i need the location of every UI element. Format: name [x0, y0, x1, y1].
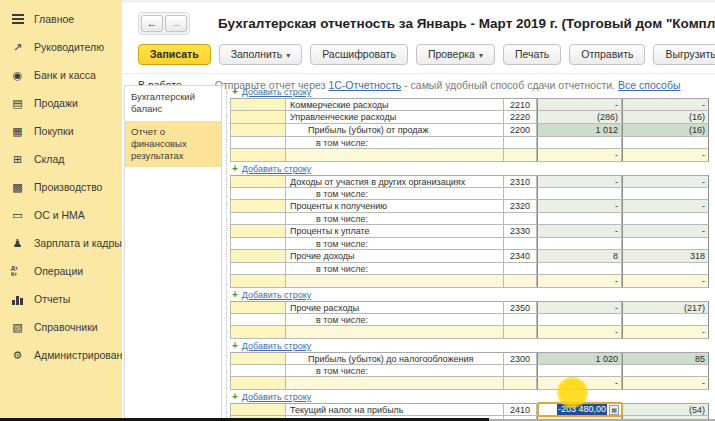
tab-financial-results[interactable]: Отчет о финансовых результатах [125, 121, 221, 168]
row-label[interactable]: Проценты к получению [286, 200, 504, 213]
row-label[interactable]: Прибыль (убыток) до налогообложения [286, 352, 504, 365]
row-value-current[interactable] [537, 213, 622, 225]
расшифровать-button[interactable]: Расшифровать [310, 44, 408, 65]
sidebar-item-отчеты[interactable]: Отчеты [0, 285, 122, 313]
row-value-current[interactable]: 1 012 [537, 124, 622, 137]
row-code[interactable] [504, 149, 537, 162]
row-select-cell[interactable] [230, 137, 286, 149]
row-value-current[interactable] [537, 137, 622, 149]
row-value-current[interactable] [537, 238, 622, 250]
row-value-prior[interactable]: (54) [622, 403, 709, 416]
row-value-prior[interactable] [622, 188, 709, 200]
row-select-cell[interactable] [230, 314, 286, 326]
row-select-cell[interactable] [230, 352, 286, 365]
sidebar-item-руководителю[interactable]: ↗Руководителю [0, 33, 122, 61]
calculator-button[interactable]: ▦ [609, 405, 619, 415]
row-code[interactable] [504, 275, 537, 288]
row-value-prior[interactable]: 85 [622, 352, 709, 365]
save-button[interactable]: Записать [138, 44, 211, 65]
row-label[interactable]: Проценты к уплате [286, 225, 504, 238]
row-value-current[interactable] [537, 365, 622, 377]
row-value-current[interactable]: - [537, 98, 622, 111]
row-label[interactable] [286, 326, 504, 339]
row-label[interactable] [286, 377, 504, 390]
row-value-current[interactable]: - [537, 377, 622, 390]
row-value-current[interactable]: 1 020 [537, 352, 622, 365]
row-select-cell[interactable] [230, 98, 286, 111]
sidebar-item-главное[interactable]: Главное [0, 5, 122, 33]
row-label[interactable]: в том числе: [286, 137, 504, 149]
row-code[interactable] [504, 365, 537, 377]
row-code[interactable]: 2410 [504, 403, 537, 416]
row-label[interactable] [286, 149, 504, 162]
row-code[interactable] [504, 377, 537, 390]
back-button[interactable]: ← [141, 15, 163, 32]
sidebar-item-администрирование[interactable]: ⚙Администрирование [0, 341, 122, 369]
row-select-cell[interactable] [230, 263, 286, 275]
row-select-cell[interactable] [230, 225, 286, 238]
row-value-current[interactable]: 8 [537, 250, 622, 263]
row-value-prior[interactable]: - [622, 275, 709, 288]
row-select-cell[interactable] [230, 377, 286, 390]
row-select-cell[interactable] [230, 326, 286, 339]
tab-balance-sheet[interactable]: Бухгалтерский баланс [125, 86, 221, 121]
add-row-link[interactable]: Добавить строку [242, 392, 311, 402]
sidebar-item-ос-и-нма[interactable]: ▭ОС и НМА [0, 201, 122, 229]
row-value-prior[interactable] [622, 314, 709, 326]
row-select-cell[interactable] [230, 301, 286, 314]
row-value-prior[interactable]: - [622, 149, 709, 162]
row-value-current[interactable]: (286) [537, 111, 622, 124]
row-value-current[interactable]: - [537, 200, 622, 213]
add-row-link[interactable]: Добавить строку [242, 341, 311, 351]
add-row-link[interactable]: Добавить строку [242, 164, 311, 174]
row-select-cell[interactable] [230, 124, 286, 137]
row-value-prior[interactable]: - [622, 175, 709, 188]
row-label[interactable]: в том числе: [286, 238, 504, 250]
row-code[interactable]: 2350 [504, 301, 537, 314]
row-value-prior[interactable]: - [622, 200, 709, 213]
row-value-prior[interactable] [622, 213, 709, 225]
row-select-cell[interactable] [230, 111, 286, 124]
row-code[interactable]: 2310 [504, 175, 537, 188]
row-select-cell[interactable] [230, 188, 286, 200]
row-select-cell[interactable] [230, 403, 286, 416]
row-value-prior[interactable]: - [622, 377, 709, 390]
row-select-cell[interactable] [230, 149, 286, 162]
row-label[interactable]: Управленческие расходы [286, 111, 504, 124]
row-label[interactable]: в том числе: [286, 188, 504, 200]
row-code[interactable] [504, 326, 537, 339]
row-code[interactable] [504, 188, 537, 200]
отправить-button[interactable]: Отправить [569, 44, 645, 65]
row-value-current[interactable] [537, 263, 622, 275]
row-value-current[interactable] [537, 188, 622, 200]
row-label[interactable]: в том числе: [286, 263, 504, 275]
row-value-current[interactable] [537, 314, 622, 326]
row-label[interactable]: Прочие доходы [286, 250, 504, 263]
row-value-prior[interactable]: (16) [622, 111, 709, 124]
row-code[interactable]: 2330 [504, 225, 537, 238]
row-select-cell[interactable] [230, 200, 286, 213]
печать-button[interactable]: Печать [503, 44, 561, 65]
sidebar-item-банк-и-касса[interactable]: ◉Банк и касса [0, 61, 122, 89]
row-code[interactable]: 2210 [504, 98, 537, 111]
edit-cell-input[interactable]: -203 480,00▦ [537, 402, 623, 417]
заполнить-button[interactable]: Заполнить▾ [219, 44, 303, 65]
row-code[interactable] [504, 238, 537, 250]
row-value-current[interactable]: - [537, 225, 622, 238]
row-value-prior[interactable]: - [622, 98, 709, 111]
row-label[interactable]: Коммерческие расходы [286, 98, 504, 111]
add-row-link[interactable]: Добавить строку [242, 87, 311, 97]
row-value-current[interactable]: - [537, 301, 622, 314]
sidebar-item-продажи[interactable]: ▤Продажи [0, 89, 122, 117]
row-code[interactable]: 2320 [504, 200, 537, 213]
row-value-current[interactable]: - [537, 149, 622, 162]
выгрузить-button[interactable]: Выгрузить [653, 44, 715, 65]
row-value-prior[interactable] [622, 365, 709, 377]
row-value-current[interactable]: - [537, 275, 622, 288]
row-select-cell[interactable] [230, 175, 286, 188]
row-code[interactable]: 2300 [504, 352, 537, 365]
row-code[interactable] [504, 314, 537, 326]
row-label[interactable]: Прибыль (убыток) от продаж [286, 124, 504, 137]
row-value-prior[interactable] [622, 238, 709, 250]
row-code[interactable]: 2200 [504, 124, 537, 137]
